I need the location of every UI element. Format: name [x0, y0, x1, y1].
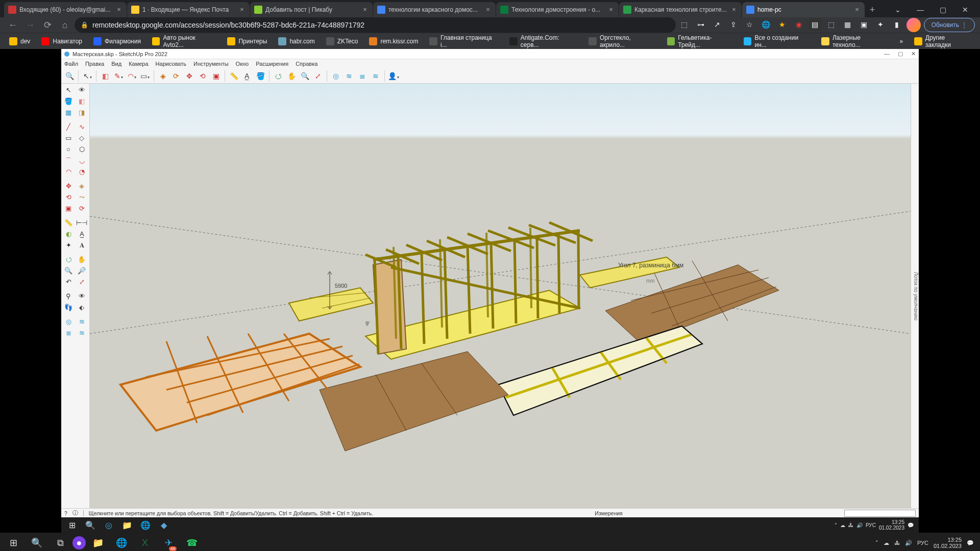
rotate-tool[interactable]: ⟲ [62, 192, 75, 203]
menu-edit[interactable]: Правка [85, 61, 104, 67]
close-icon[interactable]: × [607, 6, 615, 13]
host-taskview-icon[interactable]: ⧉ [49, 533, 71, 551]
bookmark-zkteco[interactable]: ZKTeco [322, 35, 362, 47]
text-tool[interactable]: A̲ [76, 229, 88, 240]
arc2-tool[interactable]: ◡ [76, 155, 88, 166]
circle-tool[interactable]: ○ [62, 144, 75, 155]
tag1-tool[interactable]: ◎ [62, 316, 75, 328]
address-bar[interactable]: 🔒 remotedesktop.google.com/access/sessio… [75, 17, 676, 33]
inner-maximize[interactable]: ▢ [898, 51, 903, 57]
move-icon[interactable]: ✥ [183, 70, 195, 82]
3dtext-tool[interactable]: 𝐀 [76, 240, 88, 251]
zoom-tool[interactable]: 🔍 [62, 265, 75, 277]
eraser2-tool[interactable]: ◨ [76, 107, 88, 118]
rotrect-tool[interactable]: ◇ [76, 133, 88, 144]
rect-tool[interactable]: ▭ [62, 133, 75, 144]
arc-icon[interactable]: ◠ [126, 70, 138, 82]
host-tray-net-icon[interactable]: 🖧 [894, 540, 900, 546]
orbit-tool[interactable]: ⭯ [62, 254, 75, 265]
extensions-icon[interactable]: ✦ [874, 18, 887, 31]
bookmark-main[interactable]: Главная страница i... [425, 32, 502, 51]
pan-tool[interactable]: ✋ [76, 254, 88, 265]
host-tray-lang[interactable]: РУС [917, 540, 928, 546]
start-button[interactable]: ⊞ [63, 517, 81, 533]
home-button[interactable]: ⌂ [57, 17, 72, 33]
look-tool[interactable]: 👁 [76, 291, 88, 302]
tab-remote-desktop[interactable]: home-pc× [742, 2, 865, 17]
dim-tool[interactable]: ⊢⊣ [76, 217, 88, 229]
menu-help[interactable]: Справка [296, 61, 317, 67]
scale-icon[interactable]: ▣ [210, 70, 222, 82]
host-whatsapp-icon[interactable]: ☎ [181, 533, 203, 551]
layer2-icon[interactable]: ≋ [343, 70, 355, 82]
reload-button[interactable]: ⟳ [40, 17, 55, 33]
position-tool[interactable]: ⚲ [62, 291, 75, 302]
tab-tech1[interactable]: Технология домостроения - о...× [496, 2, 619, 17]
orbit-icon[interactable]: ⭯ [272, 70, 284, 82]
tray-chevron[interactable]: ˄ [835, 522, 837, 528]
rect-icon[interactable]: ▭ [139, 70, 151, 82]
key-icon[interactable]: ⊶ [694, 18, 707, 31]
bookmark-navigator[interactable]: Навигатор [37, 35, 86, 47]
paint-icon[interactable]: 🪣 [254, 70, 266, 82]
select-icon[interactable]: ↖ [81, 70, 93, 82]
menu-extensions[interactable]: Расширения [256, 61, 288, 67]
forward-button[interactable]: → [22, 17, 38, 33]
section-tool[interactable]: ⬖ [76, 302, 88, 313]
paint-tool[interactable]: 🪣 [62, 96, 75, 107]
zoom2-icon[interactable]: 🔍 [299, 70, 311, 82]
comp-tool[interactable]: ▦ [62, 107, 75, 118]
tape-icon[interactable]: 📏 [228, 70, 240, 82]
install-icon[interactable]: ⬚ [678, 18, 691, 31]
host-tray-cloud-icon[interactable]: ☁ [884, 540, 889, 546]
ext-7-icon[interactable]: ▣ [857, 18, 871, 31]
bookmark-creation[interactable]: Все о создании ин... [740, 32, 815, 51]
zoomext-icon[interactable]: ⤢ [312, 70, 324, 82]
pan-icon[interactable]: ✋ [285, 70, 298, 82]
tab-google-search[interactable]: технологии каркасного домос...× [373, 2, 496, 17]
window-close[interactable]: ✕ [954, 2, 976, 17]
tag2-tool[interactable]: ≋ [76, 316, 88, 328]
protractor-tool[interactable]: ◐ [62, 229, 75, 240]
inner-close[interactable]: ✕ [911, 51, 916, 57]
pencil-icon[interactable]: ✎ [112, 70, 125, 82]
host-start-button[interactable]: ⊞ [2, 533, 24, 551]
window-minimize[interactable]: — [910, 2, 931, 17]
zoomext-tool[interactable]: ⤢ [76, 277, 88, 288]
ext-save-icon[interactable]: ▤ [808, 18, 822, 31]
tab-yandex[interactable]: 1 · Входящие — Яндекс Почта× [127, 2, 250, 17]
default-tray[interactable]: Лоток по умолчанию [911, 84, 919, 508]
back-button[interactable]: ← [5, 17, 20, 33]
open-new-icon[interactable]: ↗ [710, 18, 724, 31]
update-button[interactable]: Обновить⋮ [924, 18, 975, 32]
layer1-icon[interactable]: ◎ [330, 70, 342, 82]
bookmark-plex[interactable]: Оргстекло, акрило... [584, 32, 659, 51]
bookmark-printers[interactable]: Принтеры [223, 35, 271, 47]
window-maximize[interactable]: ▢ [932, 2, 953, 17]
explorer-icon[interactable]: 📁 [118, 517, 136, 533]
bookmark-laser[interactable]: Лазерные техноло... [817, 32, 892, 51]
bookmark-philarmonia[interactable]: Филармония [89, 35, 145, 47]
tabs-dropdown[interactable]: ⌄ [887, 2, 909, 17]
tab-pikabu[interactable]: Добавить пост | Пикабу× [250, 2, 373, 17]
new-tab-button[interactable]: + [865, 3, 879, 17]
search-icon[interactable]: 🔍 [82, 517, 99, 533]
close-icon[interactable]: × [115, 6, 122, 13]
ext-5-icon[interactable]: ⬚ [825, 18, 838, 31]
text-icon[interactable]: A̲ [241, 70, 253, 82]
tray-cloud-icon[interactable]: ☁ [840, 522, 845, 528]
profile-avatar[interactable] [906, 18, 921, 32]
prev-tool[interactable]: ↶ [62, 277, 75, 288]
layer3-icon[interactable]: ≣ [356, 70, 369, 82]
bookmark-antigate[interactable]: Antigate.Com: серв... [505, 32, 581, 51]
walk-tool[interactable]: 👣 [62, 302, 75, 313]
layer4-icon[interactable]: ≋ [370, 70, 382, 82]
host-tray-notifications-icon[interactable]: 💬 [967, 540, 974, 546]
eraser-tool[interactable]: ◧ [76, 96, 88, 107]
bookmark-rem[interactable]: rem.kissr.com [365, 35, 422, 47]
offset-icon[interactable]: ⟳ [170, 70, 182, 82]
info-icon[interactable]: ⓘ [72, 510, 78, 517]
arc-tool[interactable]: ⌒ [62, 155, 75, 166]
menu-tools[interactable]: Инструменты [193, 61, 229, 67]
share-icon[interactable]: ⇪ [727, 18, 740, 31]
